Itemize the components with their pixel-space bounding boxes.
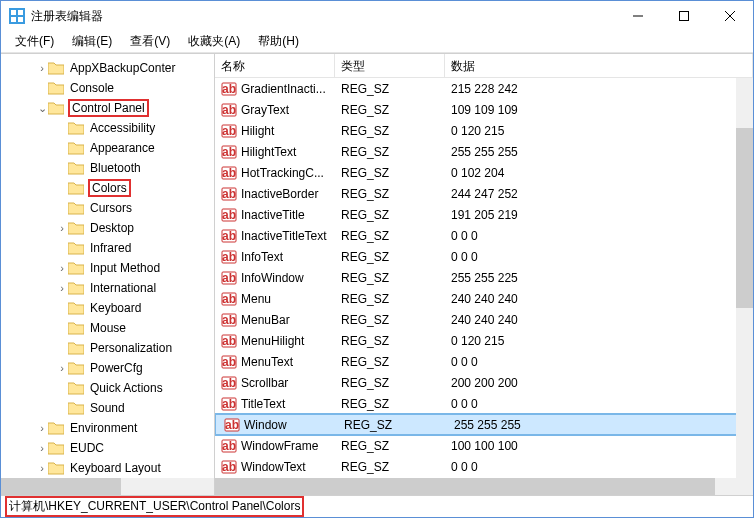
value-row[interactable]: abWindowTextREG_SZ0 0 0 (215, 456, 753, 477)
tree-label[interactable]: Accessibility (88, 121, 157, 135)
svg-rect-6 (680, 12, 689, 21)
chevron-right-icon[interactable]: › (36, 442, 48, 454)
value-row[interactable]: abHotTrackingC...REG_SZ0 102 204 (215, 162, 753, 183)
menu-edit[interactable]: 编辑(E) (64, 31, 120, 52)
value-row[interactable]: abInactiveBorderREG_SZ244 247 252 (215, 183, 753, 204)
vertical-scrollbar[interactable] (736, 78, 753, 478)
cell-data: 0 0 0 (445, 250, 753, 264)
value-row[interactable]: abInactiveTitleREG_SZ191 205 219 (215, 204, 753, 225)
value-row[interactable]: abHilightTextREG_SZ255 255 255 (215, 141, 753, 162)
tree-label[interactable]: Keyboard Layout (68, 461, 163, 475)
value-row[interactable]: abScrollbarREG_SZ200 200 200 (215, 372, 753, 393)
tree-label[interactable]: Cursors (88, 201, 134, 215)
tree-label[interactable]: EUDC (68, 441, 106, 455)
svg-text:ab: ab (222, 250, 236, 264)
titlebar[interactable]: 注册表编辑器 (1, 1, 753, 31)
value-row[interactable]: abInactiveTitleTextREG_SZ0 0 0 (215, 225, 753, 246)
horizontal-scrollbar-tree[interactable] (1, 478, 214, 495)
tree-label[interactable]: Keyboard (88, 301, 143, 315)
col-type[interactable]: 类型 (335, 54, 445, 77)
tree-label[interactable]: International (88, 281, 158, 295)
tree-item[interactable]: ⌄Control Panel (1, 98, 214, 118)
tree-item[interactable]: Mouse (1, 318, 214, 338)
tree-label[interactable]: Infrared (88, 241, 133, 255)
tree-item[interactable]: Bluetooth (1, 158, 214, 178)
chevron-right-icon[interactable]: › (56, 362, 68, 374)
horizontal-scrollbar-details[interactable] (215, 478, 753, 495)
cell-type: REG_SZ (335, 145, 445, 159)
tree-label[interactable]: Console (68, 81, 116, 95)
chevron-right-icon[interactable]: › (36, 462, 48, 474)
value-row[interactable]: abMenuTextREG_SZ0 0 0 (215, 351, 753, 372)
chevron-right-icon[interactable]: › (56, 282, 68, 294)
details-pane[interactable]: 名称 类型 数据 abGradientInacti...REG_SZ215 22… (215, 54, 753, 495)
value-row[interactable]: abWindowREG_SZ255 255 255 (215, 414, 753, 435)
tree-label[interactable]: Environment (68, 421, 139, 435)
tree-item[interactable]: Appearance (1, 138, 214, 158)
chevron-right-icon[interactable]: › (36, 422, 48, 434)
chevron-right-icon[interactable]: › (56, 222, 68, 234)
value-row[interactable]: abMenuBarREG_SZ240 240 240 (215, 309, 753, 330)
tree-item[interactable]: ›EUDC (1, 438, 214, 458)
menu-file[interactable]: 文件(F) (7, 31, 62, 52)
tree-item[interactable]: ›Desktop (1, 218, 214, 238)
value-row[interactable]: abGrayTextREG_SZ109 109 109 (215, 99, 753, 120)
minimize-button[interactable] (615, 1, 661, 31)
cell-type: REG_SZ (335, 355, 445, 369)
col-name[interactable]: 名称 (215, 54, 335, 77)
tree-label[interactable]: Bluetooth (88, 161, 143, 175)
tree-item[interactable]: Cursors (1, 198, 214, 218)
tree-item[interactable]: Infrared (1, 238, 214, 258)
tree-item[interactable]: ›AppXBackupConter (1, 58, 214, 78)
tree-label[interactable]: PowerCfg (88, 361, 145, 375)
tree-item[interactable]: Colors (1, 178, 214, 198)
chevron-down-icon[interactable]: ⌄ (36, 102, 48, 115)
tree-label[interactable]: Desktop (88, 221, 136, 235)
value-row[interactable]: abMenuHilightREG_SZ0 120 215 (215, 330, 753, 351)
value-row[interactable]: abTitleTextREG_SZ0 0 0 (215, 393, 753, 414)
tree-item[interactable]: ›PowerCfg (1, 358, 214, 378)
tree-label[interactable]: Colors (88, 179, 131, 197)
tree-item[interactable]: Keyboard (1, 298, 214, 318)
tree-label[interactable]: Personalization (88, 341, 174, 355)
tree-item[interactable]: ›Environment (1, 418, 214, 438)
tree-item[interactable]: ›International (1, 278, 214, 298)
scrollbar-thumb[interactable] (215, 478, 715, 495)
chevron-right-icon[interactable]: › (56, 262, 68, 274)
tree-label[interactable]: Appearance (88, 141, 157, 155)
scrollbar-thumb[interactable] (736, 128, 753, 308)
tree-item[interactable]: Accessibility (1, 118, 214, 138)
cell-data: 200 200 200 (445, 376, 753, 390)
maximize-button[interactable] (661, 1, 707, 31)
close-button[interactable] (707, 1, 753, 31)
value-row[interactable]: abGradientInacti...REG_SZ215 228 242 (215, 78, 753, 99)
value-row[interactable]: abWindowFrameREG_SZ100 100 100 (215, 435, 753, 456)
tree-item[interactable]: ›Input Method (1, 258, 214, 278)
col-data[interactable]: 数据 (445, 54, 753, 77)
tree-label[interactable]: Sound (88, 401, 127, 415)
svg-text:ab: ab (222, 124, 236, 138)
value-row[interactable]: abInfoTextREG_SZ0 0 0 (215, 246, 753, 267)
svg-text:ab: ab (222, 145, 236, 159)
tree-item[interactable]: Sound (1, 398, 214, 418)
tree-item[interactable]: Personalization (1, 338, 214, 358)
tree-label[interactable]: Input Method (88, 261, 162, 275)
tree-pane[interactable]: ›AppXBackupConterConsole⌄Control PanelAc… (1, 54, 215, 495)
value-row[interactable]: abHilightREG_SZ0 120 215 (215, 120, 753, 141)
tree-label[interactable]: Quick Actions (88, 381, 165, 395)
menu-view[interactable]: 查看(V) (122, 31, 178, 52)
cell-name: abWindowFrame (215, 438, 335, 454)
tree-item[interactable]: Console (1, 78, 214, 98)
scrollbar-thumb[interactable] (1, 478, 121, 495)
menu-help[interactable]: 帮助(H) (250, 31, 307, 52)
value-row[interactable]: abInfoWindowREG_SZ255 255 225 (215, 267, 753, 288)
tree-label[interactable]: Mouse (88, 321, 128, 335)
chevron-right-icon[interactable]: › (36, 62, 48, 74)
tree-item[interactable]: Quick Actions (1, 378, 214, 398)
svg-rect-1 (11, 10, 16, 15)
tree-item[interactable]: ›Keyboard Layout (1, 458, 214, 478)
menu-favorites[interactable]: 收藏夹(A) (180, 31, 248, 52)
value-row[interactable]: abMenuREG_SZ240 240 240 (215, 288, 753, 309)
tree-label[interactable]: Control Panel (68, 99, 149, 117)
tree-label[interactable]: AppXBackupConter (68, 61, 177, 75)
